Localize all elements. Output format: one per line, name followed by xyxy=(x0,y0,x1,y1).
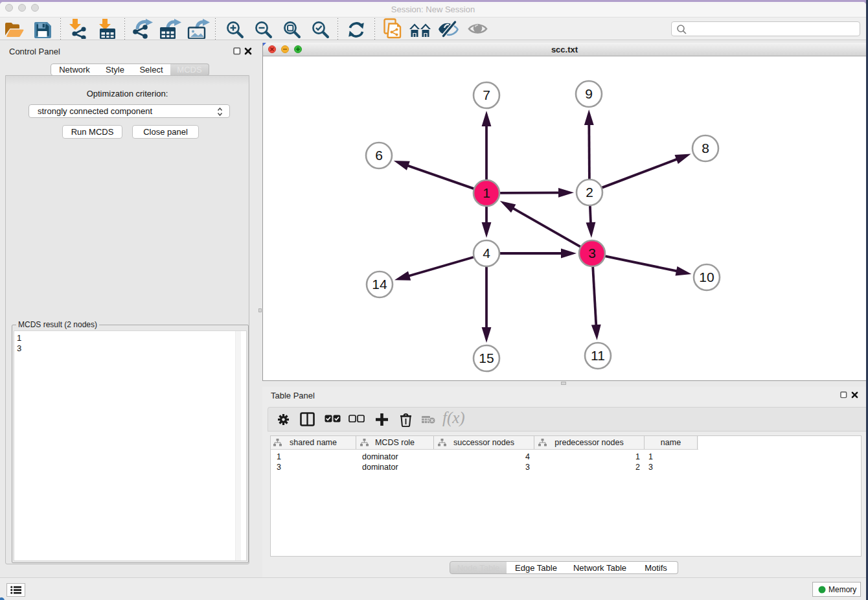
svg-text:4: 4 xyxy=(483,246,490,260)
svg-text:8: 8 xyxy=(702,141,709,156)
svg-text:2: 2 xyxy=(586,185,593,200)
svg-text:11: 11 xyxy=(591,348,605,363)
svg-text:7: 7 xyxy=(483,87,490,102)
svg-text:10: 10 xyxy=(699,270,714,284)
svg-text:6: 6 xyxy=(375,148,383,163)
svg-text:9: 9 xyxy=(585,86,593,101)
svg-text:15: 15 xyxy=(479,351,494,365)
svg-text:1: 1 xyxy=(483,185,490,200)
svg-text:14: 14 xyxy=(372,277,387,292)
svg-text:3: 3 xyxy=(588,246,596,260)
